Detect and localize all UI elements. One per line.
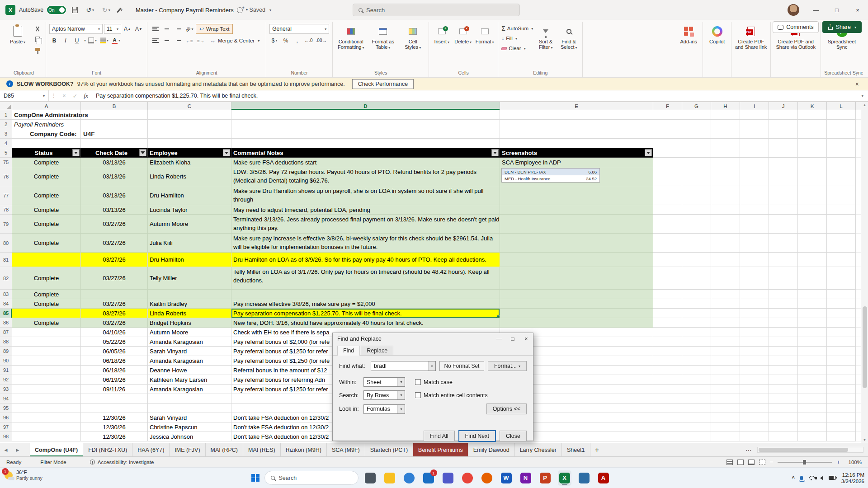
cell-J77[interactable] [769,186,798,205]
cell-B87[interactable]: 04/10/26 [81,328,148,337]
cell-A98[interactable] [12,432,81,441]
cell-H88[interactable] [711,337,740,347]
zoom-slider-thumb[interactable] [803,460,806,465]
cell-J3[interactable] [769,129,798,139]
vertical-scroll-thumb[interactable] [863,306,867,388]
quick-access-pen-button[interactable]: ▾ [116,6,125,14]
cell-K1[interactable] [798,110,827,120]
cell-F83[interactable] [653,290,682,299]
cell-D81[interactable]: Dru Hamilton on LOA as of 3/9/26. So for… [231,253,500,267]
align-left-button[interactable] [151,36,160,46]
cell-H97[interactable] [711,422,740,432]
cell-B98[interactable]: 12/30/26 [81,432,148,441]
cell-K81[interactable] [798,253,827,267]
sheet-tab-ime-fjv[interactable]: IME (FJV) [170,443,205,456]
cell-F93[interactable] [653,385,682,394]
cell-J96[interactable] [769,413,798,422]
row-header-83[interactable]: 83 [0,290,12,299]
redo-button[interactable]: ↻▾ [100,5,113,15]
cell-G93[interactable] [682,385,711,394]
horizontal-scroll-thumb[interactable] [759,448,848,452]
cell-K97[interactable] [798,422,827,432]
cell-I91[interactable] [740,366,769,375]
cell-F91[interactable] [653,366,682,375]
format-cells-button[interactable]: Format▾ [475,24,495,45]
sheet-tab-fdi-nr2-txu[interactable]: FDI (NR2-TXU) [83,443,132,456]
cell-B77[interactable]: 03/13/26 [81,186,148,205]
cell-C2[interactable] [148,120,231,129]
row-header-89[interactable]: 89 [0,347,12,356]
cell-C84[interactable]: Kaitlin Bradley [148,299,231,309]
cell-H80[interactable] [711,234,740,253]
cell-H75[interactable] [711,158,740,167]
cell-J4[interactable] [769,139,798,148]
increase-decimal-button[interactable]: ←.0 [303,36,313,45]
header-cell-L5[interactable] [827,148,856,158]
sheet-nav-right-icon[interactable]: ▶ [12,443,24,456]
cell-H3[interactable] [711,129,740,139]
cell-K76[interactable] [798,167,827,186]
cell-I2[interactable] [740,120,769,129]
cell-K89[interactable] [798,347,827,356]
filter-dropdown-button-A[interactable] [72,149,80,156]
cell-F96[interactable] [653,413,682,422]
cell-L93[interactable] [827,385,856,394]
cell-I83[interactable] [740,290,769,299]
cell-G84[interactable] [682,299,711,309]
cell-B93[interactable]: 09/11/26 [81,385,148,394]
tray-overflow-icon[interactable]: ^ [792,475,794,481]
comments-button[interactable]: Comments [773,21,818,33]
screenshot-thumbnail[interactable]: DEN - DEN PRE-TAX6.86MED - Health Insura… [501,168,600,183]
cell-I90[interactable] [740,356,769,366]
cell-G90[interactable] [682,356,711,366]
col-header-H[interactable]: H [711,102,740,110]
cell-B92[interactable]: 06/19/26 [81,375,148,385]
cell-E84[interactable] [500,299,653,309]
cell-H85[interactable] [711,309,740,318]
header-cell-C5[interactable]: Employee [148,148,231,158]
excel-app-icon[interactable]: X [5,5,15,15]
col-header-C[interactable]: C [148,102,231,110]
row-header-82[interactable]: 82 [0,267,12,290]
cell-G98[interactable] [682,432,711,441]
cell-B4[interactable] [81,139,148,148]
vertical-scrollbar[interactable]: ▲ ▼ [861,102,868,443]
cell-J81[interactable] [769,253,798,267]
row-header-85[interactable]: 85 [0,309,12,318]
cell-H81[interactable] [711,253,740,267]
row-header-1[interactable]: 1 [0,110,12,120]
cell-L78[interactable] [827,205,856,215]
cell-A94[interactable] [12,394,81,404]
cell-I96[interactable] [740,413,769,422]
firefox-icon[interactable] [480,470,494,486]
cell-D84[interactable]: Pay increase effective 3/8/26, make sure… [231,299,500,309]
cell-A81[interactable] [12,253,81,267]
cell-B84[interactable]: 03/27/26 [81,299,148,309]
cell-K98[interactable] [798,432,827,441]
cell-A97[interactable] [12,422,81,432]
dialog-maximize-icon[interactable]: □ [506,333,519,345]
cell-B83[interactable] [81,290,148,299]
header-cell-K5[interactable] [798,148,827,158]
cell-J89[interactable] [769,347,798,356]
chevron-down-icon[interactable]: ▾ [397,378,405,386]
dialog-close-icon[interactable]: × [519,333,533,345]
cell-G94[interactable] [682,394,711,404]
cell-E1[interactable] [500,110,653,120]
cell-C96[interactable]: Sarah Vinyard [148,413,231,422]
find-all-button[interactable]: Find All [424,431,455,441]
cell-B85[interactable]: 03/27/26 [81,309,148,318]
battery-icon[interactable] [829,476,836,480]
cell-D1[interactable] [231,110,500,120]
cell-F2[interactable] [653,120,682,129]
header-cell-F5[interactable] [653,148,682,158]
warning-close-icon[interactable]: × [853,80,862,88]
cell-E80[interactable] [500,234,653,253]
align-center-button[interactable] [162,36,172,46]
formula-input[interactable]: Pay separation compensation $1,225.70. T… [91,93,857,99]
cell-A96[interactable] [12,413,81,422]
cell-H79[interactable] [711,215,740,234]
cell-E81[interactable] [500,253,653,267]
chevron-down-icon[interactable]: ▾ [397,405,405,413]
find-next-button[interactable]: Find Next [459,431,496,441]
